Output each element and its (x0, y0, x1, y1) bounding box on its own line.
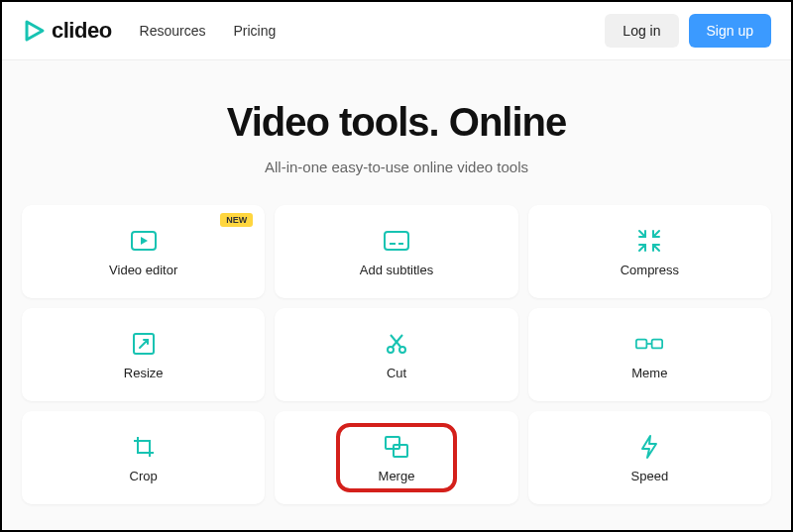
header: clideo Resources Pricing Log in Sign up (2, 2, 791, 60)
svg-rect-12 (652, 339, 663, 348)
logo-icon (22, 19, 46, 43)
cut-icon (383, 330, 410, 358)
badge-new: NEW (220, 213, 253, 227)
svg-line-9 (393, 335, 402, 347)
merge-icon (383, 433, 410, 461)
tool-cut[interactable]: Cut (275, 308, 517, 401)
svg-marker-0 (27, 22, 43, 40)
hero: Video tools. Online All-in-one easy-to-u… (2, 60, 791, 205)
nav-pricing[interactable]: Pricing (234, 23, 277, 39)
tool-label: Video editor (109, 263, 177, 277)
tool-meme[interactable]: Meme (528, 308, 771, 401)
tool-label: Speed (631, 469, 669, 483)
tool-label: Cut (387, 366, 406, 380)
svg-line-10 (391, 335, 400, 347)
play-rect-icon (130, 227, 158, 255)
tool-compress[interactable]: Compress (528, 205, 771, 298)
speed-icon (635, 433, 663, 461)
tools-grid: NEW Video editor Add subtitles Compress … (2, 205, 791, 524)
signup-button[interactable]: Sign up (689, 14, 771, 48)
login-button[interactable]: Log in (605, 14, 678, 48)
tool-speed[interactable]: Speed (528, 411, 771, 504)
tool-label: Meme (631, 366, 667, 380)
svg-rect-11 (636, 339, 647, 348)
tool-add-subtitles[interactable]: Add subtitles (275, 205, 517, 298)
svg-point-8 (399, 347, 405, 353)
subtitle-icon (383, 227, 410, 255)
svg-marker-2 (141, 237, 148, 245)
compress-icon (635, 227, 663, 255)
resize-icon (130, 330, 158, 358)
svg-rect-3 (385, 232, 408, 250)
page-title: Video tools. Online (22, 100, 771, 145)
svg-point-7 (388, 347, 394, 353)
tool-label: Resize (124, 366, 164, 380)
nav: Resources Pricing (140, 23, 277, 39)
crop-icon (130, 433, 158, 461)
logo[interactable]: clideo (22, 18, 112, 44)
nav-resources[interactable]: Resources (140, 23, 206, 39)
tool-video-editor[interactable]: NEW Video editor (22, 205, 265, 298)
tool-label: Add subtitles (360, 263, 433, 277)
tool-label: Merge (379, 469, 415, 483)
tool-merge[interactable]: Merge (275, 411, 517, 504)
meme-icon (635, 330, 663, 358)
tool-resize[interactable]: Resize (22, 308, 265, 401)
tool-label: Crop (130, 469, 158, 483)
page-subtitle: All-in-one easy-to-use online video tool… (22, 159, 771, 175)
tool-label: Compress (621, 263, 679, 277)
svg-marker-16 (642, 436, 656, 458)
tool-crop[interactable]: Crop (22, 411, 265, 504)
brand-name: clideo (52, 18, 112, 44)
